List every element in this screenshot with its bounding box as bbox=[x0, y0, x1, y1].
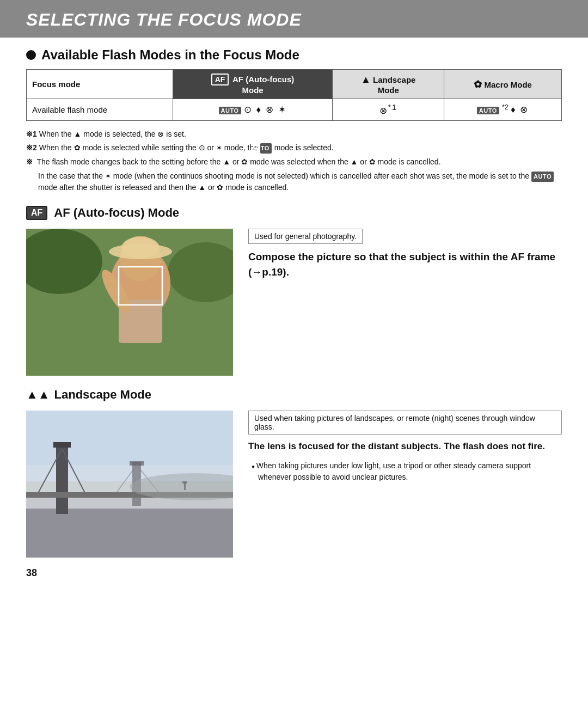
landscape-text-side: Used when taking pictures of landscapes,… bbox=[248, 411, 562, 484]
af-used-for-box: Used for general photography. bbox=[248, 229, 363, 244]
table-cell-landscape-symbols: ⊗*1 bbox=[333, 99, 444, 121]
flash-modes-section: Available Flash Modes in the Focus Mode … bbox=[26, 47, 562, 194]
table-header-macro: ✿ Macro Mode bbox=[444, 70, 562, 99]
landscape-section: ▲▲ Landscape Mode bbox=[26, 386, 562, 558]
af-heading-badge: AF bbox=[26, 206, 47, 220]
af-heading-text: AF (Auto-focus) Mode bbox=[54, 206, 179, 220]
af-photo-box bbox=[26, 229, 233, 376]
page-number: 38 bbox=[26, 567, 562, 579]
table-cell-macro-symbols: AUTO *2 ♦ ⊗ bbox=[444, 99, 562, 121]
svg-rect-15 bbox=[53, 442, 71, 448]
page: SELECTING THE FOCUS MODE Available Flash… bbox=[0, 0, 588, 728]
landscape-description: The lens is focused for the distant subj… bbox=[248, 440, 562, 454]
af-used-for-text: Used for general photography. bbox=[254, 232, 357, 241]
landscape-heading-icon: ▲▲ bbox=[26, 388, 50, 402]
af-heading: AF AF (Auto-focus) Mode bbox=[26, 204, 562, 222]
landscape-heading-text: Landscape Mode bbox=[54, 388, 151, 402]
note-2: ※2 When the ✿ mode is selected while set… bbox=[26, 142, 562, 154]
af-text-side: Used for general photography. Compose th… bbox=[248, 229, 562, 286]
landscape-heading: ▲▲ Landscape Mode bbox=[26, 386, 562, 404]
landscape-icon: ▲ bbox=[361, 74, 371, 85]
macro-icon: ✿ bbox=[474, 79, 482, 90]
svg-point-6 bbox=[121, 237, 160, 259]
table-header-focus-mode: Focus mode bbox=[27, 70, 173, 99]
table-cell-af-symbols: AUTO ⊙ ♦ ⊗ ✶ bbox=[173, 99, 332, 121]
landscape-flash-symbols: ⊗*1 bbox=[379, 106, 397, 116]
landscape-content-row: Used when taking pictures of landscapes,… bbox=[26, 411, 562, 558]
svg-rect-14 bbox=[56, 443, 68, 514]
table-notes: ※1 When the ▲ mode is selected, the ⊗ is… bbox=[26, 129, 562, 194]
af-flash-symbols: ⊙ ♦ ⊗ ✶ bbox=[244, 105, 287, 115]
svg-rect-19 bbox=[130, 461, 144, 466]
svg-rect-24 bbox=[184, 482, 186, 490]
table-header-af: AF AF (Auto-focus)Mode bbox=[173, 70, 332, 99]
landscape-used-for-box: Used when taking pictures of landscapes,… bbox=[248, 411, 562, 435]
af-content-row: Used for general photography. Compose th… bbox=[26, 229, 562, 376]
bullet-icon bbox=[26, 50, 36, 60]
svg-rect-25 bbox=[182, 481, 187, 484]
af-badge: AF bbox=[211, 74, 229, 85]
table-header-landscape: ▲ LandscapeMode bbox=[333, 70, 444, 99]
landscape-photo-svg bbox=[26, 411, 233, 558]
page-title: SELECTING THE FOCUS MODE bbox=[26, 10, 562, 30]
section-heading: Available Flash Modes in the Focus Mode bbox=[26, 47, 562, 63]
note-1: ※1 When the ▲ mode is selected, the ⊗ is… bbox=[26, 129, 562, 140]
section-heading-text: Available Flash Modes in the Focus Mode bbox=[41, 47, 299, 63]
landscape-bullet: When taking pictures under low light, us… bbox=[248, 460, 562, 484]
auto-badge-macro: AUTO bbox=[477, 107, 499, 114]
landscape-used-for-text: Used when taking pictures of landscapes,… bbox=[254, 414, 535, 431]
auto-badge-af: AUTO bbox=[219, 107, 241, 114]
title-banner: SELECTING THE FOCUS MODE bbox=[0, 0, 588, 38]
af-photo-svg bbox=[26, 229, 233, 376]
note-4: In the case that the ✶ mode (when the co… bbox=[26, 170, 562, 194]
af-photo bbox=[26, 229, 233, 376]
af-description: Compose the picture so that the subject … bbox=[248, 249, 562, 279]
table-cell-available-flash: Available flash mode bbox=[27, 99, 173, 121]
note-3: ※ The flash mode changes back to the set… bbox=[26, 156, 562, 168]
macro-flash-symbols: ♦ ⊗ bbox=[511, 105, 529, 115]
landscape-photo-box bbox=[26, 411, 233, 558]
flash-modes-table: Focus mode AF AF (Auto-focus)Mode ▲ Land… bbox=[26, 69, 562, 121]
af-section: AF AF (Auto-focus) Mode bbox=[26, 204, 562, 376]
